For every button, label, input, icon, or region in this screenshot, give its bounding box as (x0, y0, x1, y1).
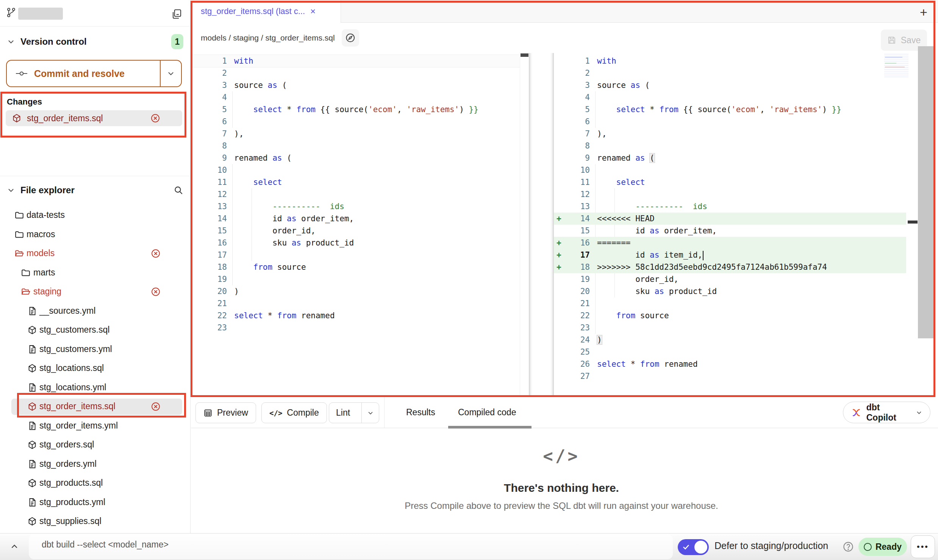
tab-close-icon[interactable]: × (310, 6, 316, 17)
tab-results[interactable]: Results (406, 397, 435, 427)
code-pane-current[interactable]: 1with23source as (45 select * from {{ so… (554, 53, 906, 397)
tab-stg-order-items[interactable]: stg_order_items.sql (last c... × (191, 0, 341, 23)
code-line-23[interactable]: 23 (191, 322, 520, 334)
commit-dropdown-caret[interactable] (160, 61, 181, 86)
code-line-27[interactable]: 27 (554, 370, 906, 382)
code-line-24[interactable]: 24) (554, 334, 906, 346)
code-line-25[interactable]: 25 (554, 346, 906, 358)
file-row-stg-locations-sql[interactable]: stg_locations.sql (0, 359, 191, 378)
code-line-1[interactable]: 1with (191, 55, 520, 67)
file-row-data-tests[interactable]: data-tests (0, 206, 191, 225)
code-line-20[interactable]: 20 sku as product_id (554, 285, 906, 297)
code-line-17[interactable]: 17 (191, 249, 520, 261)
code-line-7[interactable]: 7), (554, 128, 906, 140)
file-row-stg-orders-sql[interactable]: stg_orders.sql (0, 435, 191, 455)
code-line-3[interactable]: 3source as ( (191, 79, 520, 91)
code-line-10[interactable]: 10 (554, 164, 906, 176)
chevron-up-icon[interactable] (9, 542, 20, 551)
code-line-9[interactable]: 9renamed as ( (191, 152, 520, 164)
file-row-stg-order-items-yml[interactable]: stg_order_items.yml (0, 416, 191, 436)
file-row-stg-locations-yml[interactable]: stg_locations.yml (0, 378, 191, 397)
code-line-9[interactable]: 9renamed as ( (554, 152, 906, 164)
code-line-2[interactable]: 2 (554, 67, 906, 79)
code-line-5[interactable]: 5 select * from {{ source('ecom', 'raw_i… (554, 103, 906, 116)
code-line-22[interactable]: 22select * from renamed (191, 310, 520, 322)
code-line-17[interactable]: +17 id as item_id, (554, 249, 906, 261)
search-icon[interactable] (174, 185, 183, 195)
code-line-18[interactable]: +18>>>>>>> 58c1dd23d5eebd9cd2495fa7124ab… (554, 261, 906, 273)
code-line-4[interactable]: 4 (554, 91, 906, 103)
code-line-2[interactable]: 2 (191, 67, 520, 79)
tab-compiled-code[interactable]: Compiled code (458, 397, 516, 427)
code-line-13[interactable]: 13 ---------- ids (191, 200, 520, 213)
code-line-12[interactable]: 12 (191, 188, 520, 200)
code-line-14[interactable]: +14<<<<<<< HEAD (554, 213, 906, 225)
code-line-19[interactable]: 19 order_id, (554, 273, 906, 285)
file-explorer-section-header[interactable]: File explorer (7, 183, 183, 198)
code-line-18[interactable]: 18 from source (191, 261, 520, 273)
left-pane-scrollbar[interactable] (520, 53, 529, 397)
code-line-10[interactable]: 10 (191, 164, 520, 176)
discard-change-icon[interactable] (151, 287, 161, 297)
file-row--sources-yml[interactable]: __sources.yml (0, 302, 191, 321)
help-icon[interactable] (843, 541, 854, 552)
new-tab-button[interactable]: + (916, 5, 931, 20)
version-control-section-header[interactable]: Version control 1 (7, 34, 183, 49)
lint-dropdown-caret[interactable] (361, 403, 379, 423)
changes-file-row[interactable]: stg_order_items.sql (6, 110, 182, 126)
code-line-7[interactable]: 7), (191, 128, 520, 140)
code-pane-original[interactable]: 1with23source as (45 select * from {{ so… (191, 53, 520, 397)
code-line-8[interactable]: 8 (191, 140, 520, 152)
dbt-copilot-button[interactable]: dbt Copilot (843, 402, 930, 423)
code-line-11[interactable]: 11 select (554, 176, 906, 188)
right-pane-scrollbar-thumb[interactable] (908, 221, 918, 224)
file-row-models[interactable]: models (0, 244, 191, 263)
file-row-marts[interactable]: marts (0, 263, 191, 283)
minimap[interactable] (884, 54, 908, 77)
code-line-11[interactable]: 11 select (191, 176, 520, 188)
compile-button[interactable]: </> Compile (261, 402, 327, 423)
code-line-8[interactable]: 8 (554, 140, 906, 152)
lint-button[interactable]: Lint (329, 402, 379, 423)
discard-change-icon[interactable] (150, 113, 160, 123)
lineage-compass-icon[interactable] (342, 29, 359, 47)
code-line-22[interactable]: 22 from source (554, 310, 906, 322)
file-row-stg-order-items-sql[interactable]: stg_order_items.sql (0, 397, 191, 416)
code-line-16[interactable]: 16 sku as product_id (191, 237, 520, 249)
preview-button[interactable]: Preview (195, 402, 256, 423)
code-line-13[interactable]: 13 ---------- ids (554, 200, 906, 213)
defer-toggle[interactable] (678, 539, 709, 555)
copy-files-icon[interactable] (171, 8, 183, 20)
code-line-20[interactable]: 20) (191, 285, 520, 297)
code-line-6[interactable]: 6 (554, 116, 906, 128)
right-pane-scrollbar[interactable] (906, 53, 918, 397)
code-line-26[interactable]: 26select * from renamed (554, 358, 906, 370)
code-line-6[interactable]: 6 (191, 116, 520, 128)
code-line-21[interactable]: 21 (191, 297, 520, 310)
code-line-14[interactable]: 14 id as order_item, (191, 213, 520, 225)
code-line-16[interactable]: +16======= (554, 237, 906, 249)
file-row-stg-orders-yml[interactable]: stg_orders.yml (0, 455, 191, 474)
code-line-23[interactable]: 23 (554, 322, 906, 334)
commit-and-resolve-button[interactable]: Commit and resolve (6, 60, 182, 87)
code-line-19[interactable]: 19 (191, 273, 520, 285)
overflow-menu-button[interactable]: ••• (911, 535, 935, 558)
file-row-stg-customers-sql[interactable]: stg_customers.sql (0, 321, 191, 340)
code-line-21[interactable]: 21 (554, 297, 906, 310)
code-line-3[interactable]: 3source as ( (554, 79, 906, 91)
code-line-1[interactable]: 1with (554, 55, 906, 67)
code-line-12[interactable]: 12 (554, 188, 906, 200)
branch-icon[interactable] (6, 6, 17, 19)
file-row-staging[interactable]: staging (0, 282, 191, 302)
file-row-stg-supplies-sql[interactable]: stg_supplies.sql (0, 512, 191, 531)
discard-change-icon[interactable] (151, 402, 161, 411)
file-row-stg-products-sql[interactable]: stg_products.sql (0, 474, 191, 493)
page-scrollbar-thumb[interactable] (918, 46, 934, 338)
file-row-stg-products-yml[interactable]: stg_products.yml (0, 493, 191, 512)
left-pane-scrollbar-thumb[interactable] (521, 53, 528, 57)
code-line-15[interactable]: 15 order_id, (191, 225, 520, 237)
file-row-stg-customers-yml[interactable]: stg_customers.yml (0, 340, 191, 359)
lint-button-label[interactable]: Lint (329, 403, 357, 423)
code-line-4[interactable]: 4 (191, 91, 520, 103)
file-row-macros[interactable]: macros (0, 225, 191, 244)
